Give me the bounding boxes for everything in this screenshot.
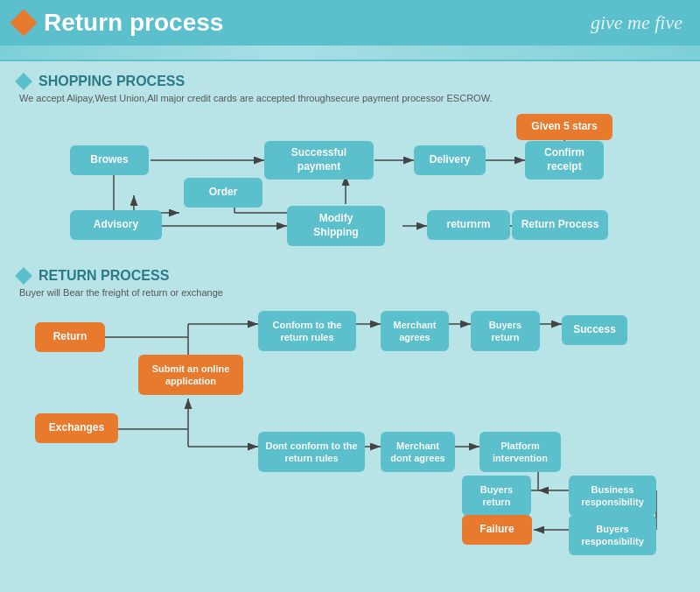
shopping-flow-diagram: Given 5 stars Browes Successful payment … — [18, 112, 682, 261]
return-flow-diagram: Return Submit an online application Exch… — [18, 307, 682, 560]
advisory-box: Advisory — [70, 210, 162, 240]
return-box: Return — [35, 322, 105, 352]
shopping-section-title: SHOPPING PROCESS — [38, 74, 185, 89]
conform-rules-box: Conform to the return rules — [258, 311, 356, 351]
business-responsibility-box: Business responsibility — [569, 476, 656, 516]
ribbon-decoration — [0, 46, 700, 61]
return-process-box: Return Process — [512, 210, 608, 240]
return-section-diamond-icon — [15, 267, 32, 285]
section-diamond-icon — [15, 73, 32, 90]
return-section-header: RETURN PROCESS — [18, 268, 682, 284]
buyers-return1-box: Buyers return — [471, 311, 540, 351]
page-title: Return process — [44, 9, 223, 37]
submit-online-box: Submit an online application — [138, 355, 243, 395]
return-section-title: RETURN PROCESS — [38, 268, 169, 284]
success-box: Success — [562, 315, 627, 345]
delivery-box: Delivery — [414, 145, 486, 175]
order-box: Order — [184, 178, 262, 208]
confirm-receipt-box: Confirm receipt — [525, 141, 604, 180]
merchant-agrees-box: Merchant agrees — [381, 311, 449, 351]
shopping-section-header: SHOPPING PROCESS — [18, 74, 682, 89]
platform-intervention-box: Platform intervention — [480, 432, 561, 472]
shopping-section-subtitle: We accept Alipay,West Union,All major cr… — [19, 93, 682, 103]
header: Return process give me five — [0, 0, 700, 46]
header-diamond-icon — [10, 9, 37, 36]
main-content: SHOPPING PROCESS We accept Alipay,West U… — [0, 61, 700, 569]
returnrm-box: returnrm — [427, 210, 510, 240]
dont-conform-box: Dont conform to the return rules — [258, 432, 365, 472]
brand-logo: give me five — [591, 11, 682, 34]
successful-payment-box: Successful payment — [264, 141, 374, 180]
buyers-responsibility-box: Buyers responsibility — [569, 515, 656, 555]
browes-box: Browes — [70, 145, 149, 175]
buyers-return2-box: Buyers return — [462, 476, 531, 516]
return-section-subtitle: Buyer will Bear the freight of return or… — [19, 287, 682, 298]
merchant-dont-box: Merchant dont agrees — [381, 432, 455, 472]
modify-shipping-box: Modify Shipping — [287, 206, 385, 246]
failure-box: Failure — [462, 515, 532, 545]
exchanges-box: Exchanges — [35, 413, 118, 443]
given5stars-box: Given 5 stars — [516, 114, 612, 140]
